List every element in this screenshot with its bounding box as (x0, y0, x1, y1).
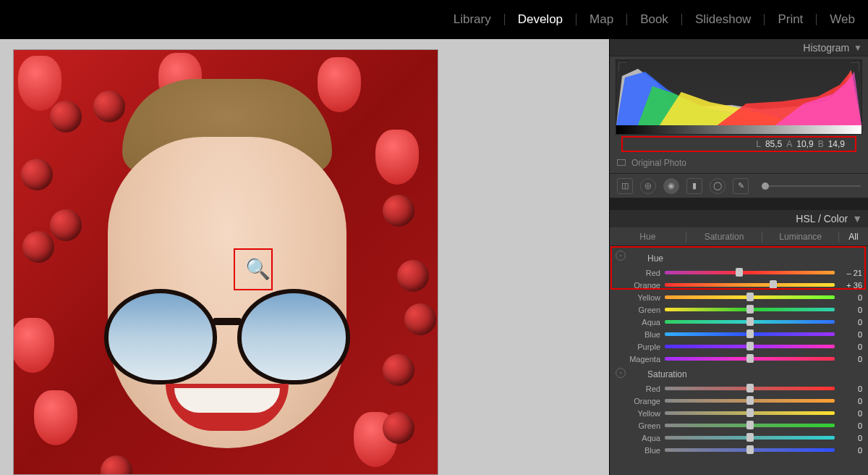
hsl-slider-saturation-orange[interactable]: Orange 0 (614, 395, 862, 407)
disclosure-icon: ▼ (854, 43, 862, 53)
slider-label: Magenta (614, 355, 660, 363)
slider-value[interactable]: 0 (839, 409, 862, 418)
hsl-tab-luminance[interactable]: Luminance (762, 232, 839, 242)
hsl-slider-hue-magenta[interactable]: Magenta 0 (614, 353, 862, 365)
hsl-slider-saturation-aqua[interactable]: Aqua 0 (614, 432, 862, 444)
hsl-panel-header[interactable]: HSL / Color ▼ (610, 210, 868, 227)
slider-value[interactable]: + 36 (839, 281, 862, 290)
slider-value[interactable]: 0 (839, 421, 862, 430)
slider-value[interactable]: 0 (839, 330, 862, 339)
slider-label: Yellow (614, 409, 660, 418)
hsl-slider-hue-yellow[interactable]: Yellow 0 (614, 291, 862, 303)
slider-value[interactable]: 0 (839, 397, 862, 405)
brush-tool[interactable]: ✎ (733, 178, 749, 194)
histogram[interactable] (616, 59, 862, 135)
slider-value[interactable]: 0 (839, 293, 862, 302)
slider-label: Orange (614, 281, 660, 290)
tab-library[interactable]: Library (451, 11, 494, 28)
tool-size-slider[interactable] (762, 185, 861, 187)
slider-value[interactable]: 0 (839, 342, 862, 351)
hsl-body: ◦Hue Red – 21 Orange + 36 Yellow 0 Green… (610, 246, 868, 462)
photo-preview[interactable]: 🔍 (13, 49, 438, 475)
radial-filter-tool[interactable]: ◯ (710, 178, 726, 194)
hsl-group-title: Hue (614, 253, 862, 264)
slider-label: Green (614, 306, 660, 314)
local-adjustment-toolstrip: ◫ ◎ ◉ ▮ ◯ ✎ (610, 174, 868, 198)
hsl-slider-hue-purple[interactable]: Purple 0 (614, 340, 862, 353)
zoom-cursor-icon: 🔍 (245, 257, 271, 281)
disclosure-icon: ▼ (852, 213, 862, 224)
hsl-slider-hue-blue[interactable]: Blue 0 (614, 328, 862, 340)
targeted-adjust-tool[interactable]: ◦ (616, 251, 626, 261)
slider-label: Red (614, 384, 660, 393)
slider-label: Yellow (614, 293, 660, 302)
sample-point-highlight: 🔍 (234, 248, 273, 290)
hsl-slider-saturation-blue[interactable]: Blue 0 (614, 444, 862, 456)
hsl-slider-hue-orange[interactable]: Orange + 36 (614, 279, 862, 291)
tab-map[interactable]: Map (587, 11, 616, 28)
hsl-tab-saturation[interactable]: Saturation (686, 232, 763, 242)
slider-label: Blue (614, 330, 660, 339)
slider-label: Aqua (614, 318, 660, 327)
hsl-tabs: Hue Saturation Luminance All (610, 227, 868, 246)
grad-filter-tool[interactable]: ▮ (686, 178, 702, 194)
slider-label: Red (614, 269, 660, 277)
slider-value[interactable]: 0 (839, 434, 862, 442)
tab-web[interactable]: Web (827, 11, 858, 28)
hsl-slider-hue-red[interactable]: Red – 21 (614, 266, 862, 279)
slider-label: Blue (614, 446, 660, 455)
compare-icon (617, 159, 626, 166)
hsl-slider-saturation-red[interactable]: Red 0 (614, 382, 862, 395)
hsl-slider-saturation-yellow[interactable]: Yellow 0 (614, 407, 862, 419)
slider-value[interactable]: 0 (839, 384, 862, 393)
hsl-slider-hue-aqua[interactable]: Aqua 0 (614, 316, 862, 328)
slider-value[interactable]: 0 (839, 318, 862, 327)
tab-book[interactable]: Book (637, 11, 671, 28)
hsl-tab-hue[interactable]: Hue (610, 232, 686, 242)
slider-label: Aqua (614, 434, 660, 442)
tab-develop[interactable]: Develop (515, 11, 566, 28)
slider-label: Purple (614, 342, 660, 351)
crop-tool[interactable]: ◫ (617, 178, 633, 194)
hsl-group-title: Saturation (614, 369, 862, 379)
hsl-slider-hue-green[interactable]: Green 0 (614, 303, 862, 316)
slider-value[interactable]: – 21 (839, 269, 862, 277)
targeted-adjust-tool[interactable]: ◦ (616, 368, 626, 378)
slider-label: Orange (614, 397, 660, 405)
hsl-tab-all[interactable]: All (839, 232, 868, 242)
spot-tool[interactable]: ◎ (640, 178, 656, 194)
tab-print[interactable]: Print (775, 11, 806, 28)
tab-slideshow[interactable]: Slideshow (692, 11, 754, 28)
original-photo-toggle[interactable]: Original Photo (610, 152, 868, 174)
slider-value[interactable]: 0 (839, 446, 862, 455)
slider-label: Green (614, 421, 660, 430)
lab-readout: L85,5 A10,9 B14,9 (621, 136, 856, 152)
histogram-panel-header[interactable]: Histogram ▼ (610, 39, 868, 56)
slider-value[interactable]: 0 (839, 355, 862, 363)
module-tabs: Library Develop Map Book Slideshow Print… (0, 0, 868, 39)
hsl-slider-saturation-green[interactable]: Green 0 (614, 419, 862, 432)
slider-value[interactable]: 0 (839, 306, 862, 314)
right-panel: Histogram ▼ L85,5 A10,9 B14 (609, 39, 868, 475)
canvas-area: 🔍 (0, 39, 609, 475)
redeye-tool[interactable]: ◉ (663, 178, 679, 194)
